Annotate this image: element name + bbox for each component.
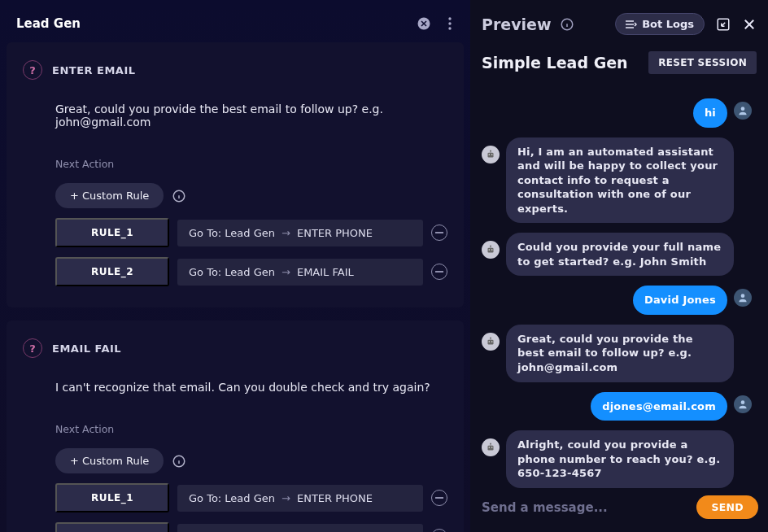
- logs-icon: [626, 20, 637, 29]
- add-custom-rule-button[interactable]: + Custom Rule: [55, 448, 164, 473]
- svg-rect-35: [488, 340, 494, 345]
- custom-rule-row: + Custom Rule: [55, 183, 447, 208]
- svg-point-26: [491, 154, 492, 155]
- rule-name-chip[interactable]: RULE_2: [55, 257, 169, 286]
- message-bubble: Great, could you provide the best email …: [506, 325, 734, 382]
- bot-message-row: Could you provide your full name to get …: [482, 233, 752, 276]
- user-avatar: [734, 102, 752, 120]
- preview-topbar: Preview Bot Logs: [470, 0, 768, 43]
- question-icon: ?: [23, 338, 42, 358]
- svg-point-3: [448, 27, 451, 29]
- close-icon[interactable]: [742, 17, 757, 32]
- svg-point-39: [490, 337, 491, 338]
- clear-icon[interactable]: [415, 15, 433, 33]
- svg-point-40: [741, 400, 745, 404]
- card-header: ? ENTER EMAIL: [23, 60, 447, 80]
- arrow-right-icon: →: [281, 492, 290, 504]
- svg-point-28: [490, 150, 491, 151]
- info-icon[interactable]: [172, 189, 186, 203]
- goto-target-label: EMAIL FAIL: [297, 266, 354, 278]
- goto-target-label: ENTER PHONE: [297, 227, 373, 239]
- rule-row: RULE_1 Go To: Lead Gen → ENTER PHONE: [55, 218, 447, 247]
- svg-point-2: [448, 22, 451, 24]
- chat-log[interactable]: hiHi, I am an automated assistant and wi…: [470, 84, 768, 489]
- bot-avatar: [482, 146, 500, 164]
- svg-point-33: [490, 246, 491, 247]
- bot-avatar: [482, 438, 500, 456]
- message-bubble: Hi, I am an automated assistant and will…: [506, 137, 734, 224]
- add-custom-rule-button[interactable]: + Custom Rule: [55, 183, 164, 208]
- rule-row: RULE_1 Go To: Lead Gen → ENTER PHONE: [55, 483, 447, 512]
- rule-row: RULE_2 Go To: Lead Gen → EMAIL FAIL: [55, 522, 447, 532]
- bot-logs-label: Bot Logs: [642, 18, 694, 30]
- reset-session-button[interactable]: RESET SESSION: [648, 51, 757, 74]
- page-title: Lead Gen: [16, 16, 81, 31]
- svg-rect-41: [488, 446, 494, 451]
- user-message-row: David Jones: [482, 286, 752, 315]
- svg-point-34: [741, 294, 745, 299]
- info-icon[interactable]: [560, 17, 574, 32]
- svg-point-37: [491, 341, 492, 342]
- rule-card: ? EMAIL FAIL I can't recognize that emai…: [7, 321, 464, 532]
- user-avatar: [734, 289, 752, 307]
- goto-target[interactable]: Go To: Lead Gen → ENTER PHONE: [177, 485, 423, 512]
- message-bubble: David Jones: [633, 286, 727, 315]
- popout-icon[interactable]: [716, 17, 731, 32]
- left-header: Lead Gen: [0, 0, 470, 42]
- info-icon[interactable]: [172, 454, 186, 469]
- rule-name-chip[interactable]: RULE_1: [55, 483, 169, 512]
- rule-row: RULE_2 Go To: Lead Gen → EMAIL FAIL: [55, 257, 447, 286]
- preview-subheader: Simple Lead Gen RESET SESSION: [470, 43, 768, 84]
- arrow-right-icon: →: [281, 266, 290, 278]
- goto-target[interactable]: Go To: Lead Gen → ENTER PHONE: [177, 220, 423, 246]
- conversation-title: Simple Lead Gen: [482, 54, 628, 72]
- card-body: Great, could you provide the best email …: [23, 102, 447, 286]
- remove-rule-icon[interactable]: [431, 264, 447, 280]
- message-bubble: Alright, could you provide a phone numbe…: [506, 430, 734, 488]
- goto-target[interactable]: Go To: Lead Gen → EMAIL FAIL: [177, 259, 423, 286]
- remove-rule-icon[interactable]: [431, 225, 447, 241]
- remove-rule-icon[interactable]: [431, 490, 447, 506]
- svg-point-31: [491, 250, 492, 251]
- goto-target[interactable]: Go To: Lead Gen → EMAIL FAIL: [177, 524, 423, 533]
- next-action-label: Next Action: [55, 158, 447, 170]
- card-body: I can't recognize that email. Can you do…: [23, 381, 447, 532]
- bot-avatar: [482, 333, 500, 351]
- more-icon[interactable]: [441, 15, 459, 33]
- card-header: ? EMAIL FAIL: [23, 338, 447, 358]
- bot-avatar: [482, 241, 500, 259]
- question-icon: ?: [23, 60, 42, 80]
- bot-message-row: Alright, could you provide a phone numbe…: [482, 430, 752, 488]
- svg-point-42: [489, 447, 490, 447]
- message-bubble: hi: [693, 98, 727, 128]
- message-bubble: djones@email.com: [591, 392, 727, 421]
- next-action-label: Next Action: [55, 423, 447, 435]
- prompt-text: I can't recognize that email. Can you do…: [55, 381, 447, 394]
- card-title: EMAIL FAIL: [52, 342, 121, 355]
- arrow-right-icon: →: [281, 227, 290, 239]
- svg-point-45: [490, 443, 491, 445]
- message-input[interactable]: [482, 500, 688, 515]
- preview-panel: Preview Bot Logs Simple Lead Gen RESET S…: [470, 0, 768, 532]
- svg-point-30: [489, 250, 490, 251]
- svg-point-36: [489, 341, 490, 342]
- bot-logs-button[interactable]: Bot Logs: [615, 13, 705, 35]
- input-bar: SEND: [470, 489, 768, 532]
- user-message-row: hi: [482, 98, 752, 128]
- message-bubble: Could you provide your full name to get …: [506, 233, 734, 276]
- rules-panel: Lead Gen ? ENTER EMAIL Great, could you …: [0, 0, 470, 532]
- rule-name-chip[interactable]: RULE_1: [55, 218, 169, 247]
- svg-point-25: [489, 154, 490, 155]
- prompt-text: Great, could you provide the best email …: [55, 102, 447, 129]
- svg-rect-24: [488, 152, 494, 157]
- svg-point-1: [448, 17, 451, 20]
- custom-rule-row: + Custom Rule: [55, 448, 447, 473]
- svg-point-23: [741, 107, 745, 111]
- rule-name-chip[interactable]: RULE_2: [55, 522, 169, 532]
- svg-rect-29: [488, 248, 494, 253]
- remove-rule-icon[interactable]: [431, 529, 447, 532]
- send-button[interactable]: SEND: [696, 495, 758, 519]
- goto-target-label: ENTER PHONE: [297, 492, 373, 504]
- goto-prefix: Go To: Lead Gen: [189, 227, 275, 239]
- card-title: ENTER EMAIL: [52, 64, 136, 76]
